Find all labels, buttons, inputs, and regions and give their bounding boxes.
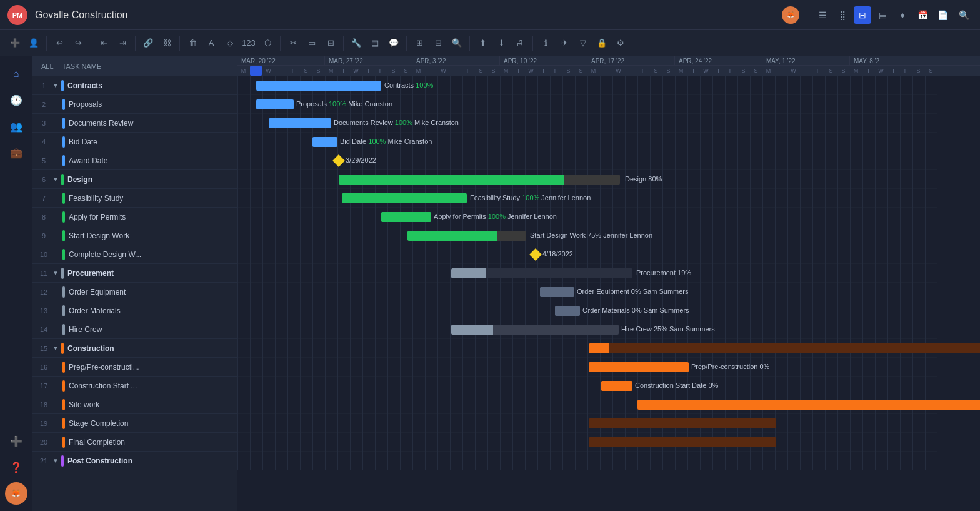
text-button[interactable]: A [202, 34, 220, 52]
sidebar-help-icon[interactable]: ❓ [5, 456, 28, 478]
cut-button[interactable]: ✂ [284, 34, 302, 52]
gantt-bar[interactable] [555, 306, 580, 316]
gantt-bar[interactable] [589, 343, 980, 353]
task-row[interactable]: 2Proposals [32, 95, 237, 114]
expand-button[interactable]: ▼ [52, 457, 61, 464]
task-row[interactable]: 6▼Design [32, 170, 237, 189]
gantt-bar[interactable] [256, 81, 381, 91]
gantt-bar[interactable] [342, 193, 467, 203]
rect-button[interactable]: ▭ [303, 34, 321, 52]
task-row[interactable]: 15▼Construction [32, 339, 237, 358]
link-button[interactable]: 🔗 [139, 34, 157, 52]
split-view-icon[interactable]: ⣿ [834, 6, 851, 24]
gantt-view-icon[interactable]: ⊟ [854, 6, 871, 24]
task-name: Documents Review [69, 119, 234, 128]
day-label: W [700, 66, 712, 76]
gantt-bar[interactable] [256, 99, 294, 109]
column-line [850, 76, 851, 470]
hex-button[interactable]: ⬡ [259, 34, 276, 52]
day-label: T [538, 66, 550, 76]
task-row[interactable]: 12Order Equipment [32, 283, 237, 301]
grid-button[interactable]: ⊞ [322, 34, 339, 52]
task-row[interactable]: 16Prep/Pre-constructi... [32, 358, 237, 377]
download-button[interactable]: ⬇ [492, 34, 510, 52]
sidebar-home-icon[interactable]: ⌂ [5, 63, 28, 85]
redo-button[interactable]: ↪ [69, 34, 87, 52]
gantt-bar[interactable] [339, 175, 620, 185]
zoom-button[interactable]: 🔍 [448, 34, 466, 52]
task-row[interactable]: 18Site work [32, 395, 237, 414]
gantt-bar[interactable] [540, 287, 574, 297]
file-view-icon[interactable]: 📄 [934, 6, 951, 24]
task-row[interactable]: 5Award Date [32, 151, 237, 170]
sidebar-history-icon[interactable]: 🕐 [5, 89, 28, 111]
add-person-button[interactable]: 👤 [25, 34, 42, 52]
task-row[interactable]: 21▼Post Construction [32, 452, 237, 470]
expand-button[interactable]: ▼ [52, 176, 61, 183]
info-button[interactable]: ℹ [537, 34, 554, 52]
day-label: S [650, 66, 662, 76]
task-row[interactable]: 3Documents Review [32, 114, 237, 133]
lock-button[interactable]: 🔒 [593, 34, 611, 52]
gantt-bar[interactable] [408, 231, 526, 241]
shape-button[interactable]: ◇ [221, 34, 239, 52]
expand-button[interactable]: ▼ [52, 270, 61, 276]
task-row[interactable]: 9Start Design Work [32, 226, 237, 245]
task-row[interactable]: 7Feasibility Study [32, 189, 237, 208]
task-row[interactable]: 19Stage Completion [32, 414, 237, 433]
gantt-bar[interactable] [269, 118, 331, 128]
indent-button[interactable]: ⇥ [114, 34, 131, 52]
sidebar-user-avatar[interactable]: 🦊 [5, 482, 28, 505]
gantt-bar[interactable] [638, 400, 980, 410]
task-row[interactable]: 1▼Contracts [32, 76, 237, 95]
gantt-bar[interactable] [589, 362, 689, 372]
task-row[interactable]: 4Bid Date [32, 133, 237, 151]
gantt-bar[interactable] [589, 418, 776, 428]
settings-button[interactable]: ⚙ [612, 34, 629, 52]
sidebar-add-icon[interactable]: ➕ [5, 430, 28, 452]
task-row[interactable]: 20Final Completion [32, 433, 237, 452]
task-row[interactable]: 17Construction Start ... [32, 377, 237, 395]
list-view-icon[interactable]: ☰ [814, 6, 831, 24]
undo-button[interactable]: ↩ [51, 34, 68, 52]
gantt-bar[interactable] [312, 137, 338, 147]
outdent-button[interactable]: ⇤ [95, 34, 112, 52]
task-row[interactable]: 10Complete Design W... [32, 245, 237, 264]
delete-button[interactable]: 🗑 [184, 34, 201, 52]
collapse-cols-button[interactable]: ⊟ [429, 34, 447, 52]
expand-button[interactable]: ▼ [52, 82, 61, 89]
share-button[interactable]: ✈ [556, 34, 573, 52]
gantt-bar[interactable] [381, 212, 431, 222]
day-label: S [825, 66, 838, 76]
task-row[interactable]: 11▼Procurement [32, 264, 237, 283]
gantt-bar[interactable] [601, 381, 632, 391]
expand-cols-button[interactable]: ⊞ [411, 34, 428, 52]
all-filter[interactable]: ALL [38, 61, 58, 71]
sidebar-people-icon[interactable]: 👥 [5, 115, 28, 138]
unlink-button[interactable]: ⛓ [158, 34, 176, 52]
number-button[interactable]: 123 [240, 34, 258, 52]
calendar-view-icon[interactable]: 📅 [914, 6, 931, 24]
upload-button[interactable]: ⬆ [474, 34, 491, 52]
user-avatar[interactable]: 🦊 [782, 6, 799, 24]
task-name: Apply for Permits [69, 213, 234, 221]
gantt-bar[interactable] [589, 437, 776, 447]
sidebar-work-icon[interactable]: 💼 [5, 141, 28, 164]
chart-view-icon[interactable]: ♦ [894, 6, 911, 24]
row-number: 3 [35, 119, 52, 127]
table-view-icon[interactable]: ▤ [874, 6, 891, 24]
print-button[interactable]: 🖨 [511, 34, 529, 52]
search-button[interactable]: 🔍 [955, 6, 972, 24]
expand-button[interactable]: ▼ [52, 345, 61, 352]
filter-button[interactable]: ▽ [574, 34, 592, 52]
gantt-bar[interactable] [451, 268, 632, 278]
wrench-button[interactable]: 🔧 [348, 34, 365, 52]
gantt-body[interactable]: Contracts 100%Proposals 100% Mike Cranst… [238, 76, 980, 511]
task-row[interactable]: 14Hire Crew [32, 320, 237, 339]
task-row[interactable]: 8Apply for Permits [32, 208, 237, 226]
task-row[interactable]: 13Order Materials [32, 301, 237, 320]
add-task-button[interactable]: ➕ [6, 34, 24, 52]
gantt-bar[interactable] [451, 325, 619, 335]
comment-button[interactable]: 💬 [385, 34, 402, 52]
table-button[interactable]: ▤ [366, 34, 384, 52]
